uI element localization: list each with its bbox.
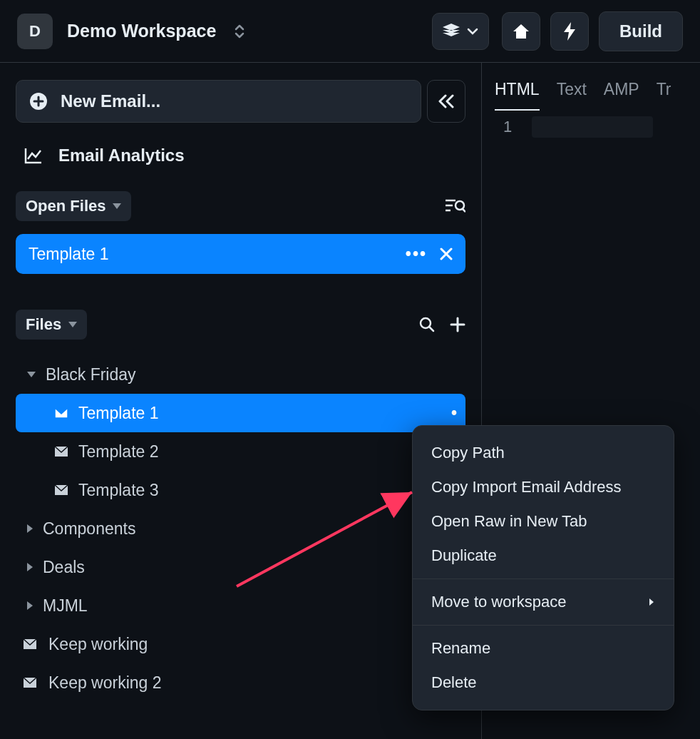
caret-right-icon — [27, 601, 33, 610]
more-icon[interactable]: ••• — [406, 245, 427, 264]
ctx-duplicate[interactable]: Duplicate — [413, 539, 674, 573]
email-analytics-link[interactable]: Email Analytics — [16, 133, 465, 178]
envelope-icon — [23, 677, 37, 688]
open-files-label: Open Files — [26, 197, 105, 215]
file-template-3[interactable]: Template 3 — [16, 471, 465, 509]
search-icon[interactable] — [418, 316, 436, 333]
layers-button[interactable] — [432, 13, 489, 50]
ctx-delete[interactable]: Delete — [413, 666, 674, 700]
editor-tabs: HTML Text AMP Tr — [482, 63, 700, 111]
folder-black-friday[interactable]: Black Friday — [16, 355, 465, 394]
svg-point-1 — [455, 201, 464, 210]
ctx-copy-import-email[interactable]: Copy Import Email Address — [413, 470, 674, 504]
new-email-label: New Email... — [61, 91, 160, 111]
workspace-switcher-icon[interactable] — [233, 24, 246, 39]
file-label: Keep working — [48, 635, 148, 654]
caret-down-icon — [68, 322, 77, 327]
folder-deals[interactable]: Deals — [16, 548, 465, 586]
home-icon — [512, 23, 530, 40]
files-header[interactable]: Files — [16, 310, 87, 340]
open-file-name: Template 1 — [29, 245, 406, 264]
topbar: D Demo Workspace Build — [0, 0, 700, 63]
editor-empty-line[interactable] — [532, 116, 653, 138]
lightning-icon — [562, 22, 577, 41]
layers-icon — [443, 24, 460, 39]
build-button[interactable]: Build — [599, 11, 683, 51]
workspace-name[interactable]: Demo Workspace — [67, 21, 216, 41]
ctx-open-raw[interactable]: Open Raw in New Tab — [413, 504, 674, 539]
file-template-2[interactable]: Template 2 — [16, 432, 465, 471]
plus-icon[interactable] — [450, 317, 465, 332]
separator — [413, 625, 674, 626]
caret-down-icon — [113, 203, 121, 209]
files-label: Files — [26, 315, 61, 334]
folder-label: Components — [43, 519, 135, 539]
open-files-header[interactable]: Open Files — [16, 191, 131, 221]
envelope-icon — [54, 446, 68, 457]
folder-mjml[interactable]: MJML — [16, 586, 465, 625]
file-label: Template 2 — [78, 442, 159, 462]
open-file-item[interactable]: Template 1 ••• — [16, 234, 465, 274]
new-email-button[interactable]: New Email... — [16, 80, 421, 123]
line-number: 1 — [503, 118, 512, 136]
workspace-badge[interactable]: D — [17, 14, 53, 49]
ctx-copy-path[interactable]: Copy Path — [413, 436, 674, 470]
context-menu: Copy Path Copy Import Email Address Open… — [412, 425, 674, 710]
chevron-double-left-icon — [438, 94, 455, 108]
chart-icon — [24, 147, 43, 164]
tab-tr[interactable]: Tr — [657, 73, 671, 111]
email-analytics-label: Email Analytics — [58, 146, 185, 165]
lightning-button[interactable] — [550, 12, 589, 51]
chevron-down-icon — [467, 28, 478, 35]
caret-right-icon — [27, 563, 33, 571]
folder-label: Black Friday — [46, 365, 136, 384]
folder-components[interactable]: Components — [16, 509, 465, 548]
caret-right-icon — [27, 524, 33, 533]
plus-circle-icon — [29, 92, 48, 111]
caret-right-icon — [648, 597, 655, 607]
file-label: Template 3 — [78, 481, 159, 500]
folder-label: Deals — [43, 558, 85, 577]
line-gutter: 1 — [482, 111, 700, 139]
envelope-icon — [23, 638, 37, 650]
caret-down-icon — [27, 372, 36, 377]
ctx-rename[interactable]: Rename — [413, 631, 674, 666]
file-keep-working[interactable]: Keep working — [16, 625, 465, 663]
home-button[interactable] — [502, 12, 540, 51]
close-icon[interactable] — [440, 248, 453, 260]
collapse-sidebar-button[interactable] — [427, 80, 465, 123]
file-label: Template 1 — [78, 404, 441, 423]
sidebar: New Email... Email Analytics Open Files — [0, 63, 482, 739]
more-icon[interactable]: • — [451, 404, 458, 423]
envelope-icon — [54, 484, 68, 496]
file-tree: Black Friday Template 1 • Template 2 Te — [16, 355, 465, 702]
file-template-1[interactable]: Template 1 • — [16, 394, 465, 432]
separator — [413, 579, 674, 579]
folder-label: MJML — [43, 596, 88, 616]
envelope-icon — [54, 407, 68, 419]
tab-html[interactable]: HTML — [495, 73, 540, 111]
file-keep-working-2[interactable]: Keep working 2 — [16, 663, 465, 702]
tab-amp[interactable]: AMP — [604, 73, 639, 111]
file-label: Keep working 2 — [48, 673, 162, 693]
ctx-move-to-workspace[interactable]: Move to workspace — [413, 585, 674, 619]
filter-search-icon[interactable] — [446, 198, 465, 214]
tab-text[interactable]: Text — [557, 73, 587, 111]
